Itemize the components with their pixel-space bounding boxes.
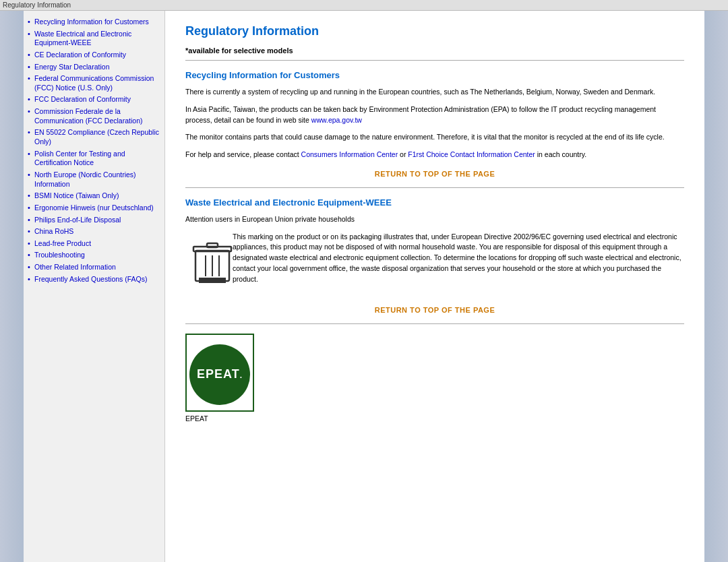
weee-main-text: This marking on the product or on its pa… bbox=[233, 232, 684, 285]
f1rst-choice-link[interactable]: F1rst Choice Contact Information Center bbox=[408, 150, 535, 158]
list-item: EN 55022 Compliance (Czech Republic Only… bbox=[28, 128, 160, 146]
svg-rect-2 bbox=[207, 243, 218, 247]
weee-icon bbox=[192, 239, 233, 286]
sidebar-item-fcc-decl[interactable]: FCC Declaration of Conformity bbox=[34, 95, 131, 103]
sidebar-item-polish[interactable]: Polish Center for Testing and Certificat… bbox=[34, 150, 125, 167]
sidebar-item-fcc[interactable]: Federal Communications Commission (FCC) … bbox=[34, 74, 154, 92]
list-item: CE Declaration of Conformity bbox=[28, 51, 160, 60]
sidebar-item-china[interactable]: China RoHS bbox=[34, 227, 73, 235]
epa-link[interactable]: www.epa.gov.tw bbox=[311, 116, 362, 124]
sidebar-item-energystar[interactable]: Energy Star Declaration bbox=[34, 63, 109, 71]
consumers-info-link[interactable]: Consumers Information Center bbox=[301, 150, 398, 158]
epeat-logo: EPEAT. bbox=[189, 344, 250, 405]
sidebar-item-other[interactable]: Other Related Information bbox=[34, 263, 116, 271]
list-item: China RoHS bbox=[28, 227, 160, 237]
sidebar-item-recycling[interactable]: Recycling Information for Customers bbox=[34, 18, 149, 26]
list-item: Federal Communications Commission (FCC) … bbox=[28, 74, 160, 92]
list-item: Waste Electrical and Electronic Equipmen… bbox=[28, 30, 160, 48]
recycling-para4-or: or bbox=[400, 150, 408, 158]
main-content: Regulatory Information *available for se… bbox=[165, 11, 704, 562]
sidebar-item-weee[interactable]: Waste Electrical and Electronic Equipmen… bbox=[34, 30, 131, 47]
sidebar-item-philips[interactable]: Philips End-of-Life Disposal bbox=[34, 216, 121, 224]
recycling-para4-suffix: in each country. bbox=[537, 150, 586, 158]
return-top-link-1[interactable]: RETURN TO TOP OF THE PAGE bbox=[375, 170, 495, 178]
sidebar-item-lead[interactable]: Lead-free Product bbox=[34, 239, 91, 247]
browser-title-text: Regulatory Information bbox=[3, 1, 71, 9]
weee-section-title: Waste Electrical and Electronic Equipmen… bbox=[185, 197, 684, 208]
page-title: Regulatory Information bbox=[185, 24, 684, 38]
recycling-para1: There is currently a system of recycling… bbox=[185, 87, 684, 98]
list-item: Frequently Asked Questions (FAQs) bbox=[28, 275, 160, 284]
recycling-para4: For help and service, please contact Con… bbox=[185, 150, 684, 160]
list-item: Commission Federale de la Communication … bbox=[28, 107, 160, 125]
sidebar-item-bsmi[interactable]: BSMI Notice (Taiwan Only) bbox=[34, 191, 119, 199]
left-accent bbox=[0, 11, 24, 562]
epeat-label: EPEAT bbox=[185, 414, 684, 423]
mid-divider-2 bbox=[185, 323, 684, 324]
sidebar-item-faq[interactable]: Frequently Asked Questions (FAQs) bbox=[34, 275, 148, 283]
list-item: BSMI Notice (Taiwan Only) bbox=[28, 191, 160, 201]
list-item: North Europe (Nordic Countries) Informat… bbox=[28, 170, 160, 189]
mid-divider-1 bbox=[185, 187, 684, 188]
list-item: Lead-free Product bbox=[28, 239, 160, 249]
list-item: Ergonomie Hinweis (nur Deutschland) bbox=[28, 204, 160, 213]
right-accent bbox=[704, 11, 728, 562]
sidebar-item-comm-fed[interactable]: Commission Federale de la Communication … bbox=[34, 107, 142, 125]
browser-title-bar: Regulatory Information bbox=[0, 0, 728, 11]
sidebar-item-en55022[interactable]: EN 55022 Compliance (Czech Republic Only… bbox=[34, 128, 159, 146]
sidebar-item-nordic[interactable]: North Europe (Nordic Countries) Informat… bbox=[34, 170, 136, 188]
recycling-para3: The monitor contains parts that could ca… bbox=[185, 132, 684, 143]
recycling-para2-prefix: In Asia Pacific, Taiwan, the products ca… bbox=[185, 105, 656, 124]
list-item: Other Related Information bbox=[28, 263, 160, 272]
list-item: Energy Star Declaration bbox=[28, 63, 160, 72]
recycling-para4-prefix: For help and service, please contact bbox=[185, 150, 299, 158]
sidebar-item-ce[interactable]: CE Declaration of Conformity bbox=[34, 51, 126, 59]
epeat-logo-container: EPEAT. bbox=[185, 334, 254, 412]
svg-rect-6 bbox=[199, 278, 226, 283]
available-models-label: *available for selective models bbox=[185, 46, 684, 55]
return-link-1[interactable]: RETURN TO TOP OF THE PAGE bbox=[185, 170, 684, 178]
return-link-2[interactable]: RETURN TO TOP OF THE PAGE bbox=[185, 306, 684, 314]
list-item: FCC Declaration of Conformity bbox=[28, 95, 160, 104]
list-item: Troubleshooting bbox=[28, 251, 160, 260]
sidebar-item-ergonomie[interactable]: Ergonomie Hinweis (nur Deutschland) bbox=[34, 204, 154, 212]
list-item: Recycling Information for Customers bbox=[28, 18, 160, 27]
list-item: Polish Center for Testing and Certificat… bbox=[28, 150, 160, 168]
sidebar-item-troubleshoot[interactable]: Troubleshooting bbox=[34, 251, 85, 259]
return-top-link-2[interactable]: RETURN TO TOP OF THE PAGE bbox=[375, 306, 495, 314]
top-divider bbox=[185, 60, 684, 61]
epeat-section: EPEAT. EPEAT bbox=[185, 334, 684, 423]
sidebar: Recycling Information for Customers Wast… bbox=[24, 11, 165, 562]
recycling-para2: In Asia Pacific, Taiwan, the products ca… bbox=[185, 104, 684, 126]
sidebar-nav: Recycling Information for Customers Wast… bbox=[28, 18, 160, 284]
recycling-section-title: Recycling Information for Customers bbox=[185, 70, 684, 80]
weee-content-block: This marking on the product or on its pa… bbox=[185, 232, 684, 292]
list-item: Philips End-of-Life Disposal bbox=[28, 216, 160, 225]
weee-attention: Attention users in European Union privat… bbox=[185, 214, 684, 225]
